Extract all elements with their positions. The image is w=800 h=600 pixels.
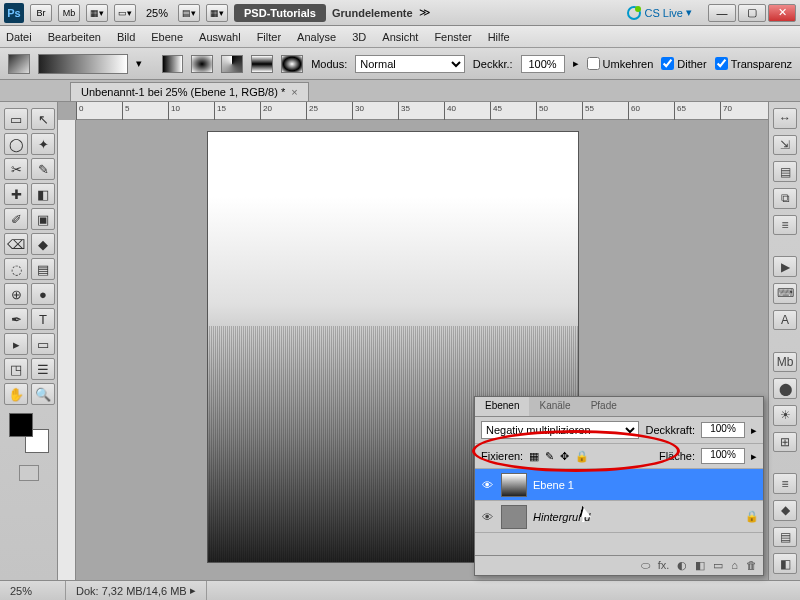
menu-fenster[interactable]: Fenster [434, 31, 471, 43]
menu-3d[interactable]: 3D [352, 31, 366, 43]
tool-15[interactable]: ● [31, 283, 55, 305]
opacity-field[interactable] [521, 55, 565, 73]
close-tab-icon[interactable]: × [291, 86, 297, 98]
tool-0[interactable]: ▭ [4, 108, 28, 130]
tool-21[interactable]: ☰ [31, 358, 55, 380]
tool-6[interactable]: ✚ [4, 183, 28, 205]
panel-icon-6[interactable]: ⌨ [773, 283, 797, 304]
layer-thumbnail[interactable] [501, 505, 527, 529]
tool-12[interactable]: ◌ [4, 258, 28, 280]
menu-auswahl[interactable]: Auswahl [199, 31, 241, 43]
gradient-reflected[interactable] [251, 55, 273, 73]
tool-16[interactable]: ✒ [4, 308, 28, 330]
panel-icon-11[interactable]: ⊞ [773, 432, 797, 453]
panel-icon-13[interactable]: ◆ [773, 500, 797, 521]
panel-icon-12[interactable]: ≡ [773, 473, 797, 494]
tab-ebenen[interactable]: Ebenen [475, 397, 529, 416]
layer-blend-mode[interactable]: Negativ multiplizieren [481, 421, 639, 439]
tool-20[interactable]: ◳ [4, 358, 28, 380]
tool-13[interactable]: ▤ [31, 258, 55, 280]
link-layers-icon[interactable]: ⬭ [641, 559, 650, 572]
panel-icon-10[interactable]: ☀ [773, 405, 797, 426]
layer-opacity-field[interactable]: 100% [701, 422, 745, 438]
tool-9[interactable]: ▣ [31, 208, 55, 230]
tool-5[interactable]: ✎ [31, 158, 55, 180]
tool-18[interactable]: ▸ [4, 333, 28, 355]
gradient-radial[interactable] [191, 55, 213, 73]
quickmask-button[interactable] [19, 465, 39, 481]
lock-pixels-icon[interactable]: ✎ [545, 450, 554, 463]
tab-kanaele[interactable]: Kanäle [529, 397, 580, 416]
fill-field[interactable]: 100% [701, 448, 745, 464]
extras-button-2[interactable]: ▦▾ [206, 4, 228, 22]
tool-23[interactable]: 🔍 [31, 383, 55, 405]
cs-live-button[interactable]: CS Live ▾ [627, 6, 692, 20]
dither-checkbox[interactable]: Dither [661, 57, 706, 70]
trash-icon[interactable]: 🗑 [746, 559, 757, 572]
foreground-color[interactable] [9, 413, 33, 437]
layer-item-ebene1[interactable]: 👁 Ebene 1 [475, 469, 763, 501]
menu-ebene[interactable]: Ebene [151, 31, 183, 43]
panel-icon-2[interactable]: ▤ [773, 161, 797, 182]
menu-ansicht[interactable]: Ansicht [382, 31, 418, 43]
tool-10[interactable]: ⌫ [4, 233, 28, 255]
reverse-checkbox[interactable]: Umkehren [587, 57, 654, 70]
menu-analyse[interactable]: Analyse [297, 31, 336, 43]
panel-icon-4[interactable]: ≡ [773, 215, 797, 236]
panel-icon-7[interactable]: A [773, 310, 797, 331]
gradient-linear[interactable] [162, 55, 184, 73]
layer-name[interactable]: Ebene 1 [533, 479, 759, 491]
panel-icon-0[interactable]: ↔ [773, 108, 797, 129]
status-zoom[interactable]: 25% [0, 581, 66, 600]
workspace-more-icon[interactable]: ≫ [419, 6, 431, 19]
color-swatches[interactable] [9, 413, 49, 453]
layer-name[interactable]: Hintergrund [533, 511, 739, 523]
panel-icon-8[interactable]: Mb [773, 352, 797, 373]
workspace-pill[interactable]: PSD-Tutorials [234, 4, 326, 22]
visibility-icon[interactable]: 👁 [479, 511, 495, 523]
workspace-name[interactable]: Grundelemente [332, 7, 413, 19]
extras-button-1[interactable]: ▤▾ [178, 4, 200, 22]
layer-item-hintergrund[interactable]: 👁 Hintergrund 🔒 [475, 501, 763, 533]
minimize-button[interactable]: — [708, 4, 736, 22]
zoom-level[interactable]: 25% [142, 7, 172, 19]
panel-icon-1[interactable]: ⇲ [773, 135, 797, 156]
transparency-checkbox[interactable]: Transparenz [715, 57, 792, 70]
layer-thumbnail[interactable] [501, 473, 527, 497]
tool-8[interactable]: ✐ [4, 208, 28, 230]
panel-icon-15[interactable]: ◧ [773, 553, 797, 574]
tool-preset-picker[interactable] [8, 54, 30, 74]
group-icon[interactable]: ▭ [713, 559, 723, 572]
gradient-angle[interactable] [221, 55, 243, 73]
status-docsize[interactable]: Dok: 7,32 MB/14,6 MB ▸ [66, 581, 207, 600]
gradient-diamond[interactable] [281, 55, 303, 73]
panel-icon-9[interactable]: ⬤ [773, 378, 797, 399]
panel-icon-3[interactable]: ⧉ [773, 188, 797, 209]
tool-1[interactable]: ↖ [31, 108, 55, 130]
close-button[interactable]: ✕ [768, 4, 796, 22]
maximize-button[interactable]: ▢ [738, 4, 766, 22]
tool-14[interactable]: ⊕ [4, 283, 28, 305]
tool-22[interactable]: ✋ [4, 383, 28, 405]
menu-bearbeiten[interactable]: Bearbeiten [48, 31, 101, 43]
tool-4[interactable]: ✂ [4, 158, 28, 180]
menu-bild[interactable]: Bild [117, 31, 135, 43]
lock-position-icon[interactable]: ✥ [560, 450, 569, 463]
lock-transparent-icon[interactable]: ▦ [529, 450, 539, 463]
blend-mode-select[interactable]: Normal [355, 55, 465, 73]
tool-3[interactable]: ✦ [31, 133, 55, 155]
adjustment-icon[interactable]: ◧ [695, 559, 705, 572]
menu-datei[interactable]: Datei [6, 31, 32, 43]
tool-7[interactable]: ◧ [31, 183, 55, 205]
tool-11[interactable]: ◆ [31, 233, 55, 255]
new-layer-icon[interactable]: ⌂ [731, 559, 738, 572]
visibility-icon[interactable]: 👁 [479, 479, 495, 491]
screen-mode-button[interactable]: ▭▾ [114, 4, 136, 22]
gradient-preview[interactable] [38, 54, 128, 74]
panel-icon-14[interactable]: ▤ [773, 527, 797, 548]
tool-19[interactable]: ▭ [31, 333, 55, 355]
fx-icon[interactable]: fx. [658, 559, 670, 572]
document-tab[interactable]: Unbenannt-1 bei 25% (Ebene 1, RGB/8) *× [70, 82, 309, 101]
bridge-button[interactable]: Br [30, 4, 52, 22]
menu-hilfe[interactable]: Hilfe [488, 31, 510, 43]
